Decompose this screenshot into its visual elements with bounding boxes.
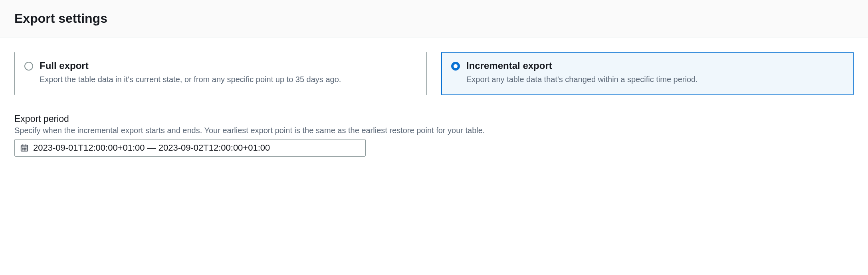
svg-point-5	[24, 148, 25, 149]
radio-body: Incremental export Export any table data…	[466, 60, 844, 85]
radio-description: Export any table data that's changed wit…	[466, 74, 844, 85]
radio-body: Full export Export the table data in it'…	[40, 60, 417, 85]
radio-description: Export the table data in it's current st…	[40, 74, 417, 85]
page-title: Export settings	[14, 11, 854, 26]
svg-point-9	[26, 149, 26, 150]
radio-card-incremental-export[interactable]: Incremental export Export any table data…	[441, 52, 854, 95]
export-period-help: Specify when the incremental export star…	[14, 126, 854, 135]
radio-icon	[24, 62, 33, 71]
svg-point-4	[23, 148, 24, 149]
calendar-icon	[20, 144, 28, 152]
radio-card-full-export[interactable]: Full export Export the table data in it'…	[14, 52, 427, 95]
radio-icon	[451, 62, 460, 71]
page-header: Export settings	[0, 0, 868, 37]
content-area: Full export Export the table data in it'…	[0, 37, 868, 157]
export-period-value: 2023-09-01T12:00:00+01:00 — 2023-09-02T1…	[33, 143, 270, 153]
svg-point-8	[24, 149, 25, 150]
radio-title: Full export	[40, 60, 417, 71]
export-type-radio-group: Full export Export the table data in it'…	[14, 52, 854, 95]
export-period-section: Export period Specify when the increment…	[14, 114, 854, 157]
svg-point-7	[23, 149, 24, 150]
radio-title: Incremental export	[466, 60, 844, 71]
export-period-label: Export period	[14, 114, 854, 124]
export-period-input[interactable]: 2023-09-01T12:00:00+01:00 — 2023-09-02T1…	[14, 139, 366, 157]
svg-point-6	[26, 148, 26, 149]
